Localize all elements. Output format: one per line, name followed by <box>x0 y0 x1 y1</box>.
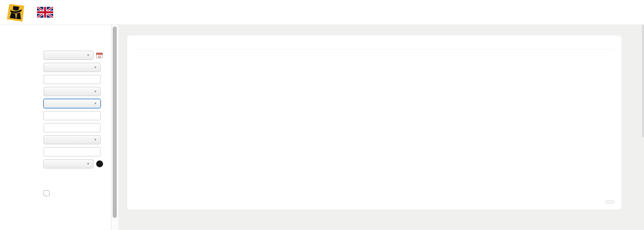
top-header <box>0 0 644 25</box>
stacking-label <box>8 171 43 172</box>
host-type-select[interactable]: ▼ <box>43 63 101 72</box>
chevron-down-icon: ▼ <box>94 90 97 93</box>
checkbox-icon[interactable] <box>43 190 50 196</box>
chevron-down-icon: ▼ <box>87 53 90 57</box>
date-range-select[interactable]: ▼ <box>43 51 93 60</box>
field-row-countries <box>8 121 111 133</box>
results-card <box>127 35 621 210</box>
countries-input[interactable] <box>43 123 101 132</box>
chevron-down-icon: ▼ <box>94 138 97 142</box>
chevron-down-icon: ▼ <box>94 66 97 69</box>
svg-text:12: 12 <box>98 55 101 58</box>
page-scrollbar[interactable] <box>642 25 644 138</box>
field-row-host-type: ▼ <box>8 61 111 73</box>
legend-dot-icon <box>372 184 375 187</box>
calendar-icon[interactable]: 12 <box>96 52 103 58</box>
field-row-group-by: ▼ <box>8 158 111 170</box>
results-title <box>127 35 621 49</box>
sidebar-scrollbar[interactable] <box>111 25 118 230</box>
copyright-badge <box>605 200 614 203</box>
results-chart[interactable] <box>127 97 621 217</box>
shadowserver-logo-icon <box>6 3 25 22</box>
sidebar-scrollbar-thumb[interactable] <box>113 27 117 218</box>
uk-government-brand <box>37 7 57 18</box>
results-divider <box>134 49 615 49</box>
field-row-tags <box>8 109 111 121</box>
main-content <box>118 25 644 230</box>
vulnerability-select[interactable]: ▼ <box>43 99 101 108</box>
field-row-port <box>8 73 111 85</box>
uk-flag-icon <box>37 7 53 18</box>
tags-input[interactable] <box>43 111 101 120</box>
limit-input[interactable] <box>43 147 101 156</box>
group-by-select[interactable]: ▼ <box>43 159 93 168</box>
chevron-down-icon: ▼ <box>94 102 97 105</box>
field-row-date-range: ▼ 12 <box>8 49 111 61</box>
vendor-select[interactable]: ▼ <box>43 87 101 96</box>
filters-form: ▼ 12 ▼ <box>8 49 111 196</box>
shadowserver-logo[interactable] <box>6 3 28 22</box>
port-input[interactable] <box>43 75 101 84</box>
chart-legend[interactable] <box>127 184 621 187</box>
data-set-select[interactable]: ▼ <box>43 135 101 144</box>
filters-sidebar: ▼ 12 ▼ <box>0 25 111 230</box>
help-icon[interactable] <box>96 160 103 167</box>
field-row-vulnerability: ▼ <box>8 97 111 109</box>
field-row-limit <box>8 146 111 158</box>
field-row-data-set: ▼ <box>8 133 111 146</box>
field-row-vendor: ▼ <box>8 85 111 97</box>
chevron-down-icon: ▼ <box>87 162 90 166</box>
auto-update-checkbox-row[interactable] <box>43 190 111 196</box>
field-row-stacking <box>8 171 111 183</box>
